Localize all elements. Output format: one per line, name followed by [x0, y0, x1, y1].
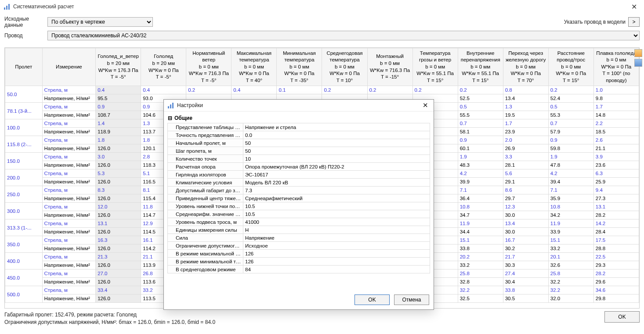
- span-cell[interactable]: 250.0: [5, 186, 43, 203]
- property-value[interactable]: Напряжение и стрела: [243, 123, 430, 131]
- data-cell[interactable]: 33.8: [503, 286, 548, 294]
- data-cell[interactable]: 29.8: [593, 294, 639, 303]
- data-cell[interactable]: 27.4: [503, 269, 548, 278]
- property-row[interactable]: Расчетная опораОпора промежуточная (ВЛ 2…: [168, 163, 430, 171]
- data-cell[interactable]: 27.3: [593, 194, 639, 203]
- span-cell[interactable]: 350.0: [5, 236, 43, 253]
- data-cell[interactable]: 5.6: [503, 169, 548, 178]
- data-cell[interactable]: 15.1: [548, 236, 593, 244]
- data-cell[interactable]: 1.0: [593, 86, 639, 94]
- data-cell[interactable]: 1.9: [458, 153, 503, 161]
- data-cell[interactable]: 55.5: [458, 111, 503, 119]
- data-cell[interactable]: 126.0: [96, 194, 141, 203]
- data-cell[interactable]: 17.5: [593, 236, 639, 244]
- data-cell[interactable]: 126.0: [96, 244, 141, 253]
- data-cell[interactable]: 13.4: [503, 94, 548, 103]
- data-cell[interactable]: 19.5: [503, 111, 548, 119]
- data-cell[interactable]: 23.9: [503, 128, 548, 136]
- data-cell[interactable]: 20.1: [548, 253, 593, 261]
- data-cell[interactable]: 13.4: [503, 219, 548, 228]
- data-cell[interactable]: 126.0: [96, 228, 141, 236]
- data-cell[interactable]: 12.3: [503, 203, 548, 211]
- data-cell[interactable]: 9.4: [593, 186, 639, 194]
- data-cell[interactable]: 18.5: [593, 128, 639, 136]
- data-cell[interactable]: 126.0: [96, 178, 141, 186]
- data-cell[interactable]: 0.5: [548, 103, 593, 111]
- data-cell[interactable]: 29.7: [503, 194, 548, 203]
- data-cell[interactable]: 30.2: [503, 244, 548, 253]
- data-cell[interactable]: 13.1: [96, 219, 141, 228]
- data-cell[interactable]: 1.4: [96, 119, 141, 128]
- property-row[interactable]: Количество точек10: [168, 155, 430, 163]
- data-cell[interactable]: 32.8: [458, 278, 503, 286]
- property-row[interactable]: Начальный пролет, м50: [168, 139, 430, 147]
- data-cell[interactable]: 8.3: [96, 186, 141, 194]
- property-row[interactable]: Гирлянда изоляторовЭС-10617: [168, 171, 430, 179]
- data-cell[interactable]: 126.0: [96, 144, 141, 153]
- data-cell[interactable]: 4.2: [548, 169, 593, 178]
- data-cell[interactable]: 0.8: [503, 86, 548, 94]
- data-cell[interactable]: 14.8: [593, 111, 639, 119]
- data-cell[interactable]: 0.9: [548, 136, 593, 144]
- column-header[interactable]: Расстояниепровод/тросb = 0 ммW*Kw = 0 Па…: [548, 48, 593, 86]
- span-cell[interactable]: 100.0: [5, 119, 43, 136]
- data-cell[interactable]: 0.1: [277, 86, 322, 94]
- data-cell[interactable]: 8.6: [503, 186, 548, 194]
- column-header[interactable]: Максимальнаятемператураb = 0 ммW*Kw = 0 …: [232, 48, 277, 86]
- data-cell[interactable]: 32.2: [548, 286, 593, 294]
- data-cell[interactable]: 39.9: [458, 178, 503, 186]
- column-header[interactable]: Температурагрозы и ветерb = 0 ммW*Kw = 5…: [412, 48, 458, 86]
- toolbar-icon-2[interactable]: [634, 59, 642, 67]
- data-cell[interactable]: 30.5: [503, 294, 548, 303]
- data-cell[interactable]: 3.9: [593, 153, 639, 161]
- data-cell[interactable]: 16.7: [503, 236, 548, 244]
- data-cell[interactable]: 1.9: [548, 153, 593, 161]
- data-cell[interactable]: 33.8: [458, 244, 503, 253]
- column-header[interactable]: Минимальнаятемператураb = 0 ммW*Kw = 0 П…: [277, 48, 322, 86]
- data-cell[interactable]: 15.1: [458, 236, 503, 244]
- data-cell[interactable]: 12.0: [96, 203, 141, 211]
- data-cell[interactable]: 52.4: [548, 94, 593, 103]
- data-cell[interactable]: 1.7: [503, 119, 548, 128]
- data-cell[interactable]: 33.9: [548, 228, 593, 236]
- property-value[interactable]: ЭС-10617: [243, 171, 430, 179]
- data-cell[interactable]: 7.1: [548, 186, 593, 194]
- property-value[interactable]: Опора промежуточная (ВЛ 220 кВ) П220-2: [243, 163, 430, 171]
- data-cell[interactable]: 29.3: [593, 261, 639, 269]
- data-cell[interactable]: 21.3: [96, 253, 141, 261]
- span-cell[interactable]: 150.0: [5, 153, 43, 169]
- data-cell[interactable]: 108.7: [96, 111, 141, 119]
- column-header[interactable]: Плавка гололедаb = 0 ммW*Kw = 0 ПаT = 10…: [593, 48, 639, 86]
- property-value[interactable]: 84: [243, 266, 430, 273]
- dialog-close-button[interactable]: ✕: [421, 101, 430, 109]
- data-cell[interactable]: 57.9: [548, 128, 593, 136]
- span-cell[interactable]: 313.3 (1-...: [5, 219, 43, 236]
- data-cell[interactable]: 25.8: [548, 269, 593, 278]
- source-select[interactable]: По объекту в чертеже: [47, 17, 153, 27]
- property-value[interactable]: 0.0: [243, 131, 430, 139]
- span-cell[interactable]: 50.0: [5, 86, 43, 103]
- property-value[interactable]: Н: [243, 226, 430, 234]
- data-cell[interactable]: 47.8: [548, 161, 593, 169]
- data-cell[interactable]: 11.9: [548, 219, 593, 228]
- data-cell[interactable]: 0.5: [458, 103, 503, 111]
- data-cell[interactable]: 33.2: [548, 244, 593, 253]
- data-cell[interactable]: 55.3: [548, 111, 593, 119]
- specify-model-link[interactable]: Указать провод в модели: [564, 19, 626, 25]
- column-header[interactable]: Пролет: [5, 48, 43, 86]
- data-cell[interactable]: 39.4: [548, 178, 593, 186]
- property-value[interactable]: 41000: [243, 218, 430, 226]
- span-cell[interactable]: 450.0: [5, 269, 43, 286]
- column-header[interactable]: Переход черезжелезную дорогуb = 0 ммW*Kw…: [503, 48, 548, 86]
- data-cell[interactable]: 2.6: [593, 136, 639, 144]
- data-cell[interactable]: 10.8: [548, 203, 593, 211]
- data-cell[interactable]: 58.1: [458, 128, 503, 136]
- go-button[interactable]: >: [628, 17, 640, 27]
- data-cell[interactable]: 126.0: [96, 278, 141, 286]
- window-close-button[interactable]: ✕: [628, 3, 640, 11]
- property-value[interactable]: Напряжение: [243, 234, 430, 242]
- data-cell[interactable]: 34.7: [458, 211, 503, 219]
- property-row[interactable]: В режиме максимальной наг...126: [168, 250, 430, 258]
- property-row[interactable]: Уровень подвеса троса, м41000: [168, 218, 430, 226]
- column-header[interactable]: Среднегодоваятемператураb = 0 ммW*Kw = 0…: [322, 48, 367, 86]
